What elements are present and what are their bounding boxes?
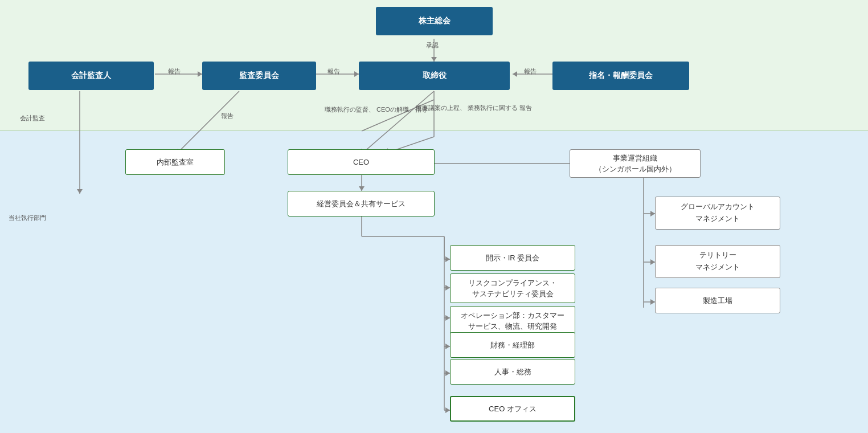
directors-box: 取締役 (359, 62, 510, 90)
ceo-label: CEO (353, 158, 369, 166)
shareholders-label: 株主総会 (419, 16, 451, 26)
report1-label: 報告 (168, 67, 181, 76)
global-account-box: グローバルアカウント マネジメント (655, 197, 780, 230)
ceo-box: CEO (288, 149, 435, 175)
global-account-label: グローバルアカウント マネジメント (681, 201, 755, 225)
territory-box: テリトリー マネジメント (655, 245, 780, 278)
main-container: 株主総会 会計監査人 監査委員会 取締役 指名・報酬委員会 承認 報告 報告 報… (0, 0, 868, 433)
bottom-area (0, 131, 868, 433)
disclosure-committee-label: 開示・IR 委員会 (486, 253, 540, 263)
nomination-committee-box: 指名・報酬委員会 (552, 62, 689, 90)
important-label: 重要議案の上程、 業務執行に関する 報告 (416, 104, 532, 112)
report3-label: 報告 (524, 67, 537, 76)
hr-box: 人事・総務 (450, 359, 575, 385)
shareholders-box: 株主総会 (376, 7, 493, 35)
management-committee-label: 経営委員会＆共有サービス (317, 199, 406, 209)
operations-label: オペレーション部：カスタマー サービス、物流、研究開発 (461, 310, 564, 332)
report4-label: 報告 (221, 112, 234, 120)
report2-label: 報告 (327, 67, 340, 76)
supervision-label: 職務執行の監督、 CEOの解職、指導 (325, 105, 428, 114)
internal-audit-box: 内部監査室 (125, 149, 225, 175)
territory-label: テリトリー マネジメント (695, 250, 740, 273)
factory-box: 製造工場 (655, 288, 780, 313)
subsidiary-label: 当社執行部門 (9, 214, 46, 222)
business-org-label: 事業運営組織 （シンガポール国内外） (595, 153, 676, 175)
operations-box: オペレーション部：カスタマー サービス、物流、研究開発 (450, 306, 575, 336)
approval-label: 承認 (426, 41, 439, 50)
auditors-label: 会計監査人 (71, 71, 111, 81)
audit-committee-box: 監査委員会 (202, 62, 316, 90)
disclosure-committee-box: 開示・IR 委員会 (450, 245, 575, 271)
ceo-office-label: CEO オフィス (489, 404, 537, 414)
management-committee-box: 経営委員会＆共有サービス (288, 191, 435, 217)
audit-committee-label: 監査委員会 (239, 71, 279, 81)
hr-label: 人事・総務 (494, 367, 531, 377)
risk-compliance-label: リスクコンプライアンス・ サステナビリティ委員会 (468, 277, 557, 300)
risk-compliance-box: リスクコンプライアンス・ サステナビリティ委員会 (450, 273, 575, 303)
internal-audit-label: 内部監査室 (157, 157, 194, 168)
finance-box: 財務・経理部 (450, 332, 575, 358)
ceo-office-box: CEO オフィス (450, 396, 575, 422)
directors-label: 取締役 (423, 71, 447, 81)
factory-label: 製造工場 (703, 296, 732, 306)
audit-label: 会計監査 (20, 114, 45, 122)
business-org-box: 事業運営組織 （シンガポール国内外） (570, 149, 701, 178)
nomination-committee-label: 指名・報酬委員会 (589, 71, 653, 81)
auditors-box: 会計監査人 (28, 62, 154, 90)
finance-label: 財務・経理部 (490, 340, 535, 350)
